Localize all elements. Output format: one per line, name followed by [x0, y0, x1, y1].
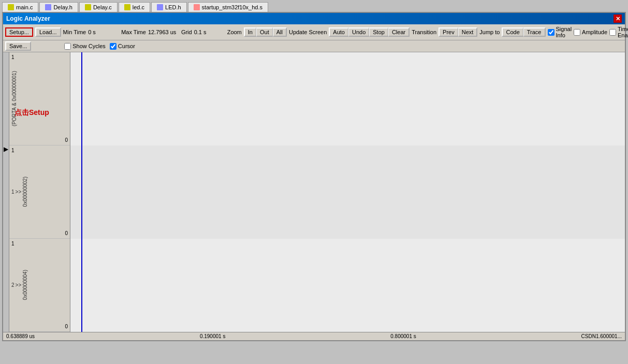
sig1-name: (PORTA & 0x00000001) — [11, 71, 68, 126]
zoom-in-button[interactable]: In — [244, 27, 256, 37]
status-left: 0.638889 us — [6, 333, 35, 339]
window-title: Logic Analyzer — [6, 15, 50, 22]
expand-arrow[interactable]: ▶ — [4, 145, 8, 153]
jump-group: Code Trace — [502, 27, 545, 37]
tab-icon-h2 — [157, 4, 163, 10]
tab-label-led-h: LED.h — [165, 4, 181, 10]
tab-delay-c[interactable]: Delay.c — [79, 2, 118, 12]
stop-button[interactable]: Stop — [369, 27, 388, 37]
sig3-name: 0x00000004) — [22, 270, 68, 300]
amplitude-label: Amplitude — [582, 29, 607, 35]
logic-analyzer-window: Logic Analyzer ✕ Setup... Load... Min Ti… — [2, 12, 626, 341]
status-bar: 0.638889 us 0.190001 s 0.800001 s CSDN1.… — [3, 332, 625, 340]
timestamps-checkbox[interactable] — [609, 29, 616, 36]
tab-bar: main.c Delay.h Delay.c led.c LED.h start… — [0, 0, 628, 12]
cursor-label: Cursor — [118, 43, 135, 49]
signal-info-label: Signal Info — [556, 26, 572, 38]
amplitude-group: Amplitude — [574, 29, 607, 36]
tab-delay-h[interactable]: Delay.h — [39, 2, 78, 12]
left-edge: ▶ — [3, 52, 9, 332]
status-right: CSDN1.600001... — [581, 333, 622, 339]
toolbar-row1: Setup... Load... Min Time 0 s Max Time 1… — [3, 24, 625, 40]
grid-label: Grid — [181, 29, 192, 35]
min-time-value: 0 s — [88, 29, 119, 35]
load-button[interactable]: Load... — [35, 27, 61, 37]
zoom-group: In Out All — [244, 27, 287, 37]
code-button[interactable]: Code — [502, 27, 523, 37]
sig2-val-low: 0 — [65, 230, 68, 236]
show-cycles-checkbox[interactable] — [64, 43, 71, 50]
zoom-label: Zoom — [227, 29, 242, 35]
undo-button[interactable]: Undo — [348, 27, 369, 37]
max-time-value: 12.7963 us — [148, 29, 179, 35]
tab-icon-h — [45, 4, 51, 10]
sig3-val-low: 0 — [65, 324, 68, 329]
zoom-out-button[interactable]: Out — [256, 27, 273, 37]
tab-led-h[interactable]: LED.h — [151, 2, 187, 12]
tab-label-main-c: main.c — [16, 4, 33, 10]
next-button[interactable]: Next — [458, 27, 478, 37]
signal-row-3: 1 2 >> 0x00000004) 0 — [9, 239, 70, 332]
sig2-val-high: 1 — [11, 148, 14, 153]
status-center-left: 0.190001 s — [200, 333, 226, 339]
setup-button[interactable]: Setup... — [5, 27, 33, 37]
tab-main-c[interactable]: main.c — [2, 2, 38, 12]
auto-button[interactable]: Auto — [329, 27, 348, 37]
save-button[interactable]: Save... — [5, 41, 31, 51]
signal-row-2: 1 1 >> 0x00000002) 0 — [9, 145, 70, 239]
waveform-area — [70, 52, 625, 332]
sig2-number: 1 — [11, 189, 14, 195]
sig3-arrows: >> — [16, 282, 22, 288]
tab-label-delay-h: Delay.h — [53, 4, 72, 10]
tab-label-led-c: led.c — [133, 4, 144, 10]
tab-startup[interactable]: startup_stm32f10x_hd.s — [188, 2, 268, 12]
trace-button[interactable]: Trace — [523, 27, 546, 37]
amplitude-checkbox[interactable] — [574, 29, 580, 36]
sig3-val-high: 1 — [11, 241, 14, 246]
signal-info-group: Signal Info — [548, 26, 572, 38]
title-bar: Logic Analyzer ✕ — [3, 13, 625, 24]
update-group: Auto Undo Stop Clear — [329, 27, 410, 37]
annotation-text: 点击Setup — [14, 108, 49, 118]
tab-label-startup: startup_stm32f10x_hd.s — [202, 4, 262, 10]
tab-icon-c3 — [124, 4, 130, 10]
timestamps-label: Timestamps Enable — [618, 26, 628, 38]
timestamps-group: Timestamps Enable — [609, 26, 628, 38]
grid-value: 0.1 s — [194, 29, 225, 35]
sig1-val-high: 1 — [11, 54, 14, 60]
zoom-all-button[interactable]: All — [273, 27, 287, 37]
cursor-group: Cursor — [110, 43, 135, 50]
cursor-checkbox[interactable] — [110, 43, 116, 50]
prev-button[interactable]: Prev — [439, 27, 458, 37]
jump-to-label: Jump to — [479, 29, 500, 35]
signal-row-1: 1 (PORTA & 0x00000001) 0 — [9, 52, 70, 145]
status-center-right: 0.800001 s — [390, 333, 416, 339]
min-time-label: Min Time — [63, 29, 86, 35]
show-cycles-label: Show Cycles — [72, 43, 106, 49]
wave-bg-2 — [70, 145, 625, 239]
tab-label-delay-c: Delay.c — [93, 4, 112, 10]
transition-group: Prev Next — [439, 27, 477, 37]
sig2-name: 0x00000002) — [22, 177, 68, 207]
tab-led-c[interactable]: led.c — [119, 2, 150, 12]
cursor-line — [81, 52, 82, 332]
wave-bg-1 — [70, 52, 625, 145]
close-button[interactable]: ✕ — [614, 14, 622, 23]
show-cycles-group: Show Cycles — [64, 43, 106, 50]
transition-label: Transition — [412, 29, 436, 35]
signal-label-area: 1 (PORTA & 0x00000001) 0 1 1 >> 0x000000… — [9, 52, 70, 332]
signal-info-checkbox[interactable] — [548, 29, 554, 36]
wave-bg-3 — [70, 239, 625, 332]
tab-icon-c2 — [85, 4, 91, 10]
clear-button[interactable]: Clear — [388, 27, 410, 37]
sig2-arrows: >> — [16, 189, 22, 195]
tab-icon-c — [8, 4, 14, 10]
content-area: 点击Setup ▶ 1 (PORTA & 0x00000001) 0 1 1 >… — [3, 52, 625, 332]
update-screen-label: Update Screen — [289, 29, 327, 35]
sig1-val-low: 0 — [65, 137, 68, 143]
tab-icon-s — [194, 4, 200, 10]
toolbar-row2: Save... Show Cycles Cursor — [3, 40, 625, 52]
max-time-label: Max Time — [121, 29, 146, 35]
sig3-number: 2 — [11, 282, 14, 288]
